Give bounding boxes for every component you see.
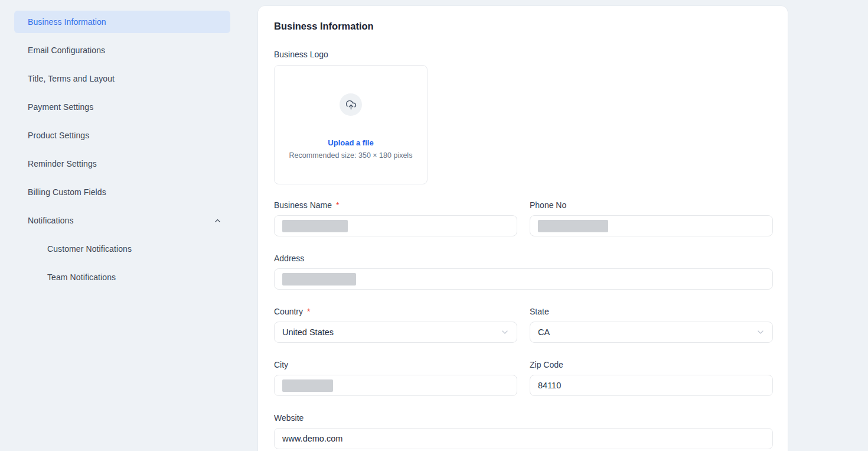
state-label: State [530, 307, 773, 317]
state-selected-value: CA [538, 327, 550, 337]
country-selected-value: United States [282, 327, 334, 337]
redacted-value [282, 220, 348, 232]
redacted-value [538, 220, 608, 232]
sidebar-item-email-configurations[interactable]: Email Configurations [14, 39, 230, 61]
sidebar-item-label: Team Notifications [47, 272, 116, 282]
phone-no-input[interactable] [530, 215, 773, 236]
country-label: Country * [274, 307, 517, 317]
upload-file-link[interactable]: Upload a file [328, 138, 373, 147]
redacted-value [282, 273, 356, 285]
phone-no-label: Phone No [530, 200, 773, 210]
country-field: Country * United States [274, 307, 517, 343]
city-input[interactable] [274, 375, 517, 396]
sidebar-item-label: Payment Settings [28, 102, 93, 112]
zip-code-label: Zip Code [530, 360, 773, 370]
phone-no-field: Phone No [530, 200, 773, 236]
business-info-form: Business Name * Phone No Address [274, 200, 773, 449]
zip-code-field: Zip Code [530, 360, 773, 396]
sidebar-item-team-notifications[interactable]: Team Notifications [14, 266, 230, 288]
redacted-value [282, 379, 333, 392]
website-label: Website [274, 413, 773, 423]
settings-sidebar: Business Information Email Configuration… [14, 11, 230, 294]
sidebar-item-title-terms-layout[interactable]: Title, Terms and Layout [14, 67, 230, 90]
business-name-input[interactable] [274, 215, 517, 236]
business-name-label: Business Name * [274, 200, 517, 210]
website-field: Website [274, 413, 773, 449]
address-label: Address [274, 254, 773, 264]
business-logo-label: Business Logo [274, 50, 773, 60]
logo-upload-dropzone[interactable]: Upload a file Recommended size: 350 × 18… [274, 65, 428, 184]
sidebar-item-label: Billing Custom Fields [28, 187, 106, 197]
sidebar-item-label: Customer Notifications [47, 244, 132, 254]
sidebar-item-billing-custom-fields[interactable]: Billing Custom Fields [14, 181, 230, 203]
sidebar-item-reminder-settings[interactable]: Reminder Settings [14, 153, 230, 175]
address-field: Address [274, 254, 773, 290]
page-title: Business Information [274, 20, 773, 32]
city-label: City [274, 360, 517, 370]
chevron-down-icon [756, 327, 765, 337]
sidebar-item-notifications[interactable]: Notifications [14, 209, 230, 232]
sidebar-item-label: Title, Terms and Layout [28, 74, 115, 83]
sidebar-item-payment-settings[interactable]: Payment Settings [14, 96, 230, 118]
business-information-panel: Business Information Business Logo Uploa… [258, 6, 788, 451]
upload-size-hint: Recommended size: 350 × 180 pixels [289, 151, 413, 160]
state-field: State CA [530, 307, 773, 343]
sidebar-item-label: Reminder Settings [28, 159, 97, 168]
website-input[interactable] [274, 428, 773, 449]
city-field: City [274, 360, 517, 396]
sidebar-item-label: Email Configurations [28, 46, 105, 55]
sidebar-item-label: Product Settings [28, 131, 89, 140]
chevron-up-icon [213, 216, 222, 225]
zip-code-input[interactable] [530, 375, 773, 396]
sidebar-item-label: Notifications [28, 216, 74, 225]
sidebar-item-product-settings[interactable]: Product Settings [14, 124, 230, 147]
state-select[interactable]: CA [530, 322, 773, 343]
address-input[interactable] [274, 268, 773, 290]
sidebar-item-label: Business Information [28, 17, 106, 27]
cloud-upload-icon [340, 93, 362, 116]
chevron-down-icon [500, 327, 510, 337]
sidebar-item-customer-notifications[interactable]: Customer Notifications [14, 238, 230, 260]
sidebar-item-business-information[interactable]: Business Information [14, 11, 230, 33]
business-name-field: Business Name * [274, 200, 517, 236]
country-select[interactable]: United States [274, 322, 517, 343]
required-asterisk: * [336, 200, 339, 210]
required-asterisk: * [307, 307, 310, 317]
